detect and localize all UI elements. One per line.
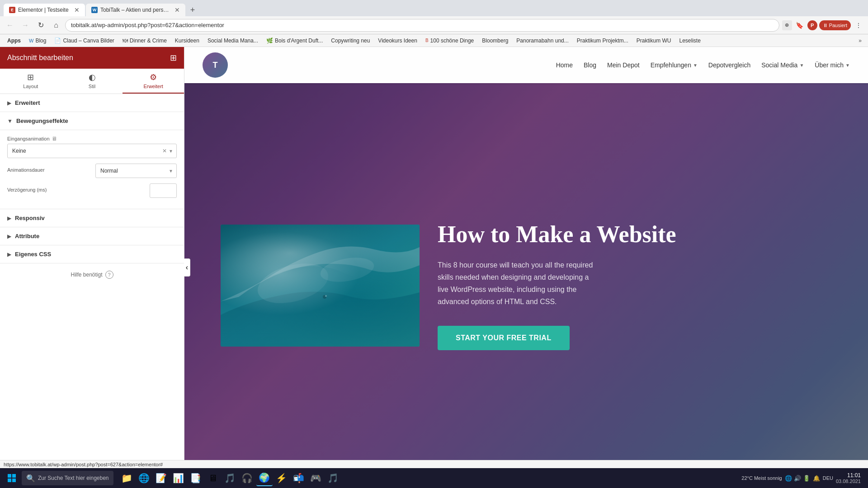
bookmark-copywriting[interactable]: Copywriting neu xyxy=(327,36,373,46)
monitor-icon: 🖥 xyxy=(52,136,57,142)
bookmark-label: Panoramabahn und... xyxy=(516,38,568,44)
layout-icon: ⊞ xyxy=(27,72,34,82)
notification-icon[interactable]: 🔔 xyxy=(813,475,820,482)
bookmark-panorama[interactable]: Panoramabahn und... xyxy=(513,36,572,46)
bookmark-bois[interactable]: 🌿 Bois d'Argent Duft... xyxy=(263,36,326,46)
bookmark-social[interactable]: Social Media Mana... xyxy=(204,36,262,46)
taskbar-app6[interactable]: 🎵 xyxy=(222,470,238,486)
responsiv-arrow: ▶ xyxy=(7,215,11,221)
nav-blog[interactable]: Blog xyxy=(584,61,596,69)
section-responsiv-header[interactable]: ▶ Responsiv xyxy=(0,209,184,227)
site-header: T Home Blog Mein Depot Empfehlungen ▼ De… xyxy=(184,47,868,83)
start-button[interactable] xyxy=(4,470,20,486)
tab-erweitert[interactable]: ⚙ Erweitert xyxy=(123,69,184,94)
tab-close-tobitalk[interactable]: ✕ xyxy=(175,6,180,14)
bookmark-bloomberg[interactable]: Bloomberg xyxy=(478,36,512,46)
volume-icon[interactable]: 🔊 xyxy=(794,475,801,482)
bookmark-canva[interactable]: 📄 Claud – Canva Bilder xyxy=(51,36,118,46)
verzoegerung-row-inner: Verzögerung (ms) xyxy=(7,183,177,198)
animationsdauer-row: Animationsdauer Normal Langsam Schnell ▼ xyxy=(7,164,177,178)
taskbar-date: 03.08.2021 xyxy=(836,479,861,484)
home-button[interactable]: ⌂ xyxy=(50,19,62,32)
section-erweitert-header[interactable]: ▶ Erweitert xyxy=(0,94,184,112)
nav-social-media[interactable]: Social Media ▼ xyxy=(761,61,804,69)
windows-logo-icon xyxy=(7,474,16,483)
bewegung-arrow: ▼ xyxy=(7,118,13,124)
tab-layout-label: Layout xyxy=(23,84,38,89)
bookmark-kursideen[interactable]: Kursideen xyxy=(171,36,203,46)
erweitert-arrow: ▶ xyxy=(7,100,11,106)
search-icon: 🔍 xyxy=(26,474,35,483)
animationsdauer-select[interactable]: Normal Langsam Schnell xyxy=(95,164,177,178)
section-bewegung-header[interactable]: ▼ Bewegungseffekte xyxy=(0,112,184,130)
taskbar-time: 11:01 xyxy=(836,472,861,479)
network-icon[interactable]: 🌐 xyxy=(785,475,792,482)
bookmark-videokurs[interactable]: Videokurs Ideen xyxy=(374,36,421,46)
bookmark-praktikum1[interactable]: Praktikum Projektm... xyxy=(573,36,632,46)
back-button[interactable]: ← xyxy=(4,19,16,32)
tab-layout[interactable]: ⊞ Layout xyxy=(0,69,61,94)
taskbar-clock[interactable]: 11:01 03.08.2021 xyxy=(836,472,861,484)
taskbar-app5[interactable]: 🖥 xyxy=(205,470,221,486)
taskbar-file-explorer[interactable]: 📁 xyxy=(119,470,135,486)
taskbar-word[interactable]: 📝 xyxy=(153,470,170,486)
bookmark-blog[interactable]: W Blog xyxy=(25,36,50,46)
bookmark-100dinge[interactable]: B 100 schöne Dinge xyxy=(422,36,477,46)
bookmark-label: Leseliste xyxy=(679,38,700,44)
panel-header-title: Abschnitt bearbeiten xyxy=(7,54,73,62)
new-tab-button[interactable]: + xyxy=(186,4,199,16)
taskbar-app10[interactable]: 📬 xyxy=(291,470,307,486)
bookmark-favicon: W xyxy=(29,38,33,43)
nav-depot[interactable]: Mein Depot xyxy=(607,61,640,69)
taskbar-excel[interactable]: 📊 xyxy=(170,470,187,486)
forward-button[interactable]: → xyxy=(19,19,32,32)
taskbar-chrome[interactable]: 🌍 xyxy=(256,470,273,486)
taskbar-search-box[interactable]: 🔍 Zur Suche Text hier eingeben xyxy=(22,471,113,485)
address-bar[interactable]: tobitalk.at/wp-admin/post.php?post=627&a… xyxy=(65,19,779,32)
bookmark-label: Praktikum WU xyxy=(637,38,671,44)
attribute-arrow: ▶ xyxy=(7,233,11,239)
tab-close-elementor[interactable]: ✕ xyxy=(74,6,80,14)
extension-btn-2[interactable]: 🔖 xyxy=(794,19,806,31)
panel-collapse-arrow[interactable]: ‹ xyxy=(184,258,190,277)
help-section[interactable]: Hilfe benötigt ? xyxy=(0,263,184,286)
nav-empfehlungen[interactable]: Empfehlungen ▼ xyxy=(651,61,698,69)
section-attribute-header[interactable]: ▶ Attribute xyxy=(0,227,184,245)
verzoegerung-input[interactable] xyxy=(150,183,177,198)
nav-home[interactable]: Home xyxy=(556,61,573,69)
taskbar-powerpoint[interactable]: 📑 xyxy=(188,470,204,486)
battery-icon[interactable]: 🔋 xyxy=(803,475,810,482)
browser-tab-elementor[interactable]: E Elementor | Testseite ✕ xyxy=(4,4,85,16)
extension-btn-1[interactable]: ⊕ xyxy=(782,20,792,30)
taskbar-system-tray: 22°C Meist sonnig 🌐 🔊 🔋 🔔 DEU 11:01 03.0… xyxy=(738,472,864,484)
reload-button[interactable]: ↻ xyxy=(34,19,47,32)
taskbar-app9[interactable]: ⚡ xyxy=(274,470,290,486)
hero-cta-button[interactable]: START YOUR FREE TRIAL xyxy=(438,326,570,350)
nav-ueber-mich[interactable]: Über mich ▼ xyxy=(815,61,850,69)
bookmark-dinner[interactable]: 🍽 Dinner & Crime xyxy=(119,36,170,46)
nav-depotvergleich[interactable]: Depotvergleich xyxy=(708,61,750,69)
bookmark-apps[interactable]: Apps xyxy=(4,36,24,46)
taskbar-app7[interactable]: 🎧 xyxy=(239,470,255,486)
taskbar-app11[interactable]: 🎮 xyxy=(308,470,324,486)
eingangsanimation-select[interactable]: Keine xyxy=(7,144,177,158)
section-css-header[interactable]: ▶ Eigenes CSS xyxy=(0,245,184,263)
panel-grid-icon[interactable]: ⊞ xyxy=(170,53,177,63)
help-icon: ? xyxy=(105,271,113,279)
taskbar-app12[interactable]: 🎵 xyxy=(325,470,341,486)
tab-stil[interactable]: ◐ Stil xyxy=(61,69,123,94)
browser-tab-tobitalk[interactable]: W TobiTalk – Aktien und persönlich... ✕ xyxy=(86,4,185,16)
taskbar-edge[interactable]: 🌐 xyxy=(136,470,152,486)
menu-btn[interactable]: ⋮ xyxy=(853,19,864,31)
weather-widget[interactable]: 22°C Meist sonnig xyxy=(741,475,782,481)
bookmark-label: Claud – Canva Bilder xyxy=(63,38,114,44)
hero-text: How to Make a Website This 8 hour course… xyxy=(438,221,832,351)
site-nav: Home Blog Mein Depot Empfehlungen ▼ Depo… xyxy=(556,61,850,69)
panel-content: ▶ Erweitert ▼ Bewegungseffekte Eingangsa… xyxy=(0,94,184,465)
bookmarks-more[interactable]: » xyxy=(856,38,864,44)
bookmark-praktikum2[interactable]: Praktikum WU xyxy=(633,36,675,46)
bookmark-leseliste[interactable]: Leseliste xyxy=(675,36,704,46)
profile-btn[interactable]: P xyxy=(807,20,817,30)
pause-btn[interactable]: ⏸ Pausiert xyxy=(819,20,851,30)
select-clear-icon[interactable]: ✕ xyxy=(162,148,167,154)
